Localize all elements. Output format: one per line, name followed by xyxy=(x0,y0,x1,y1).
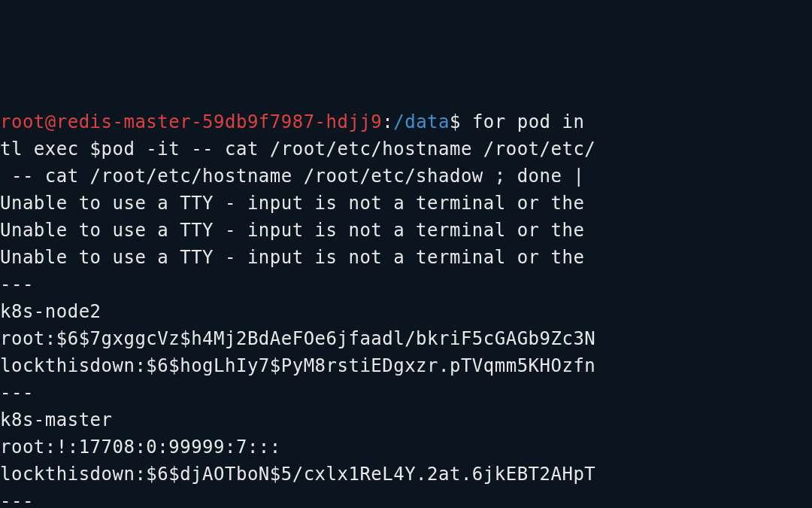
terminal-line: --- xyxy=(0,271,812,298)
output-text: root:$6$7gxggcVz$h4Mj2BdAeFOe6jfaadl/bkr… xyxy=(0,328,595,349)
output-text: --- xyxy=(0,274,34,295)
prompt-symbol: $ xyxy=(450,111,461,132)
terminal-line: Unable to use a TTY - input is not a ter… xyxy=(0,190,812,217)
terminal-line: --- xyxy=(0,488,812,508)
prompt-separator: : xyxy=(382,111,393,132)
output-text: --- xyxy=(0,382,34,403)
output-text: Unable to use a TTY - input is not a ter… xyxy=(0,247,595,268)
terminal-line: lockthisdown:$6$djAOTboN$5/cxlx1ReL4Y.2a… xyxy=(0,461,812,488)
output-text: Unable to use a TTY - input is not a ter… xyxy=(0,220,595,241)
terminal-line: tl exec $pod -it -- cat /root/etc/hostna… xyxy=(0,135,812,163)
terminal-line: root@redis-master-59db9f7987-hdjj9:/data… xyxy=(0,108,812,135)
output-text: --- xyxy=(0,491,34,508)
output-text: Unable to use a TTY - input is not a ter… xyxy=(0,193,595,214)
output-text: tl exec $pod -it -- cat /root/etc/hostna… xyxy=(0,138,595,160)
terminal-line: Unable to use a TTY - input is not a ter… xyxy=(0,244,812,271)
terminal-line: --- xyxy=(0,379,812,406)
output-text: -- cat /root/etc/hostname /root/etc/shad… xyxy=(0,166,595,187)
terminal-line: -- cat /root/etc/hostname /root/etc/shad… xyxy=(0,163,812,190)
terminal-line: lockthisdown:$6$hogLhIy7$PyM8rstiEDgxzr.… xyxy=(0,352,812,379)
terminal-line: root:$6$7gxggcVz$h4Mj2BdAeFOe6jfaadl/bkr… xyxy=(0,325,812,352)
prompt-path: /data xyxy=(393,111,450,132)
terminal-line: Unable to use a TTY - input is not a ter… xyxy=(0,217,812,244)
output-text: k8s-node2 xyxy=(0,301,102,322)
command-text: for pod in xyxy=(461,111,595,132)
prompt-user-host: root@redis-master-59db9f7987-hdjj9 xyxy=(0,111,382,132)
terminal-line: k8s-master xyxy=(0,406,812,433)
terminal-line: k8s-node2 xyxy=(0,298,812,325)
output-text: root:!:17708:0:99999:7::: xyxy=(0,437,281,458)
terminal-line: root:!:17708:0:99999:7::: xyxy=(0,433,812,461)
output-text: lockthisdown:$6$djAOTboN$5/cxlx1ReL4Y.2a… xyxy=(0,464,595,485)
output-text: lockthisdown:$6$hogLhIy7$PyM8rstiEDgxzr.… xyxy=(0,355,595,376)
terminal-output[interactable]: root@redis-master-59db9f7987-hdjj9:/data… xyxy=(0,108,812,508)
output-text: k8s-master xyxy=(0,409,113,430)
